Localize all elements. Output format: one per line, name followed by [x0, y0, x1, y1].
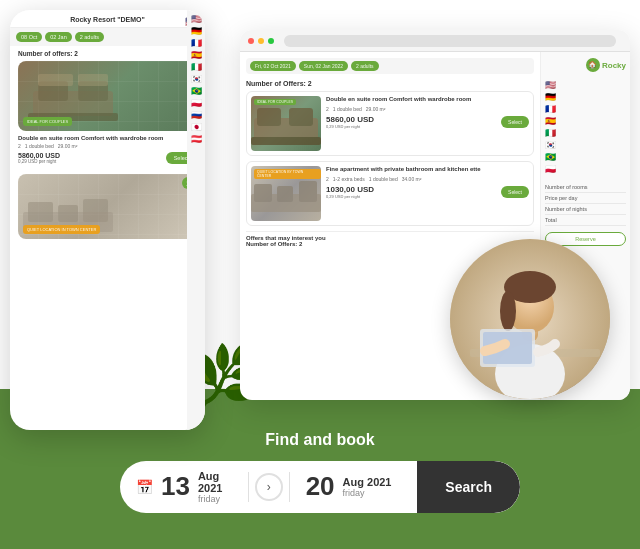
browser-header [240, 30, 630, 52]
sidebar-flag-kr: 🇰🇷 [545, 140, 626, 150]
woman-photo [450, 239, 610, 399]
browser-room2-info: Fine apartment with private bathroom and… [326, 166, 529, 221]
browser-room2-price-row: 1030,00 USD 0,29 USD per night Select [326, 185, 529, 199]
flag-us: 🇺🇸 [191, 14, 202, 24]
phone-offers-count: Number of offers: 2 [10, 46, 205, 61]
booking-date-from-number: 13 [161, 471, 190, 502]
phone-room1-price-block: 5860,00 USD 0,29 USD per night [18, 152, 60, 164]
browser-room2-select-button[interactable]: Select [501, 186, 529, 198]
svg-rect-4 [38, 74, 73, 86]
phone-room1-badge: IDEAL FOR COUPLES [23, 117, 72, 126]
browser-room2-name: Fine apartment with private bathroom and… [326, 166, 529, 174]
woman-photo-inner [450, 239, 610, 399]
flag-jp: 🇯🇵 [191, 122, 202, 132]
browser-logo-icon: 🏠 [586, 58, 600, 72]
browser-room1-guests: 2 [326, 106, 329, 112]
browser-room1-badge: IDEAL FOR COUPLES [254, 99, 296, 105]
browser-room1-image: IDEAL FOR COUPLES [251, 96, 321, 151]
flag-at: 🇦🇹 [191, 134, 202, 144]
sidebar-total-label: Total [545, 217, 557, 223]
browser-room1-bed: 1 double bed [333, 106, 362, 112]
svg-rect-16 [277, 186, 293, 202]
booking-date-to-day: friday [343, 488, 392, 498]
phone-room1-price-row: 5860,00 USD 0,29 USD per night Select [18, 152, 197, 164]
phone-room1-image: IDEAL FOR COUPLES [18, 61, 197, 131]
browser-room1-price: 5860,00 USD [326, 115, 374, 124]
search-button[interactable]: Search [417, 461, 520, 513]
browser-room2-badge: QUIET LOCATION BY TOWN CENTER [254, 169, 321, 179]
booking-date-to-text: Aug 2021 friday [343, 476, 392, 498]
phone-room1-price: 5860,00 USD [18, 152, 60, 159]
sidebar-price-label: Price per day [545, 195, 577, 201]
phone-room1-details: Double en suite room Comfort with wardro… [10, 131, 205, 170]
sidebar-flag-de: 🇩🇪 [545, 92, 626, 102]
date-arrow-icon: › [255, 473, 283, 501]
sidebar-flag-pl: 🇵🇱 [545, 164, 626, 174]
phone-date-to-pill[interactable]: 02 Jan [45, 32, 72, 42]
flag-pl: 🇵🇱 [191, 98, 202, 108]
booking-title: Find and book [265, 431, 374, 449]
booking-date-from-text: Aug 2021 friday [198, 470, 232, 504]
browser-room2-image: QUIET LOCATION BY TOWN CENTER [251, 166, 321, 221]
phone-mockup: Rocky Resort "DEMO" 🇺🇸 08 Oct 02 Jan 2 a… [10, 10, 205, 430]
phone-room1-price-sub: 0,29 USD per night [18, 159, 60, 164]
browser-room2-card: QUIET LOCATION BY TOWN CENTER Fine apart… [246, 161, 534, 226]
browser-date-to-pill[interactable]: Sun, 02 Jan 2022 [299, 61, 348, 71]
phone-flag-strip: 🇺🇸 🇩🇪 🇫🇷 🇪🇸 🇮🇹 🇰🇷 🇧🇷 🇵🇱 🇷🇺 🇯🇵 🇦🇹 [187, 10, 205, 430]
browser-logo-text: Rocky [602, 61, 626, 70]
browser-minimize-dot [258, 38, 264, 44]
flag-br: 🇧🇷 [191, 86, 202, 96]
browser-search-pills: Fri, 02 Oct 2021 Sun, 02 Jan 2022 2 adul… [250, 61, 530, 71]
phone-date-from-pill[interactable]: 08 Oct [16, 32, 42, 42]
browser-room1-name: Double en suite room Comfort with wardro… [326, 96, 529, 104]
date-divider [248, 472, 249, 502]
sidebar-rooms-label: Number of rooms [545, 184, 588, 190]
browser-room1-price-row: 5860,00 USD 0,29 USD per night Select [326, 115, 529, 129]
browser-guests-pill[interactable]: 2 adults [351, 61, 379, 71]
browser-date-from-pill[interactable]: Fri, 02 Oct 2021 [250, 61, 296, 71]
calendar-from-icon: 📅 [136, 479, 153, 495]
browser-maximize-dot [268, 38, 274, 44]
sidebar-field-nights: Number of nights [545, 204, 626, 215]
browser-more-offers: Offers that may interest you Number of O… [246, 231, 534, 247]
browser-url-bar[interactable] [284, 35, 616, 47]
booking-date-to-section[interactable]: 20 Aug 2021 friday [290, 471, 418, 502]
sidebar-field-price: Price per day [545, 193, 626, 204]
browser-more-offers-count: Number of Offers: 2 [246, 241, 534, 247]
browser-topbar: Fri, 02 Oct 2021 Sun, 02 Jan 2022 2 adul… [246, 58, 534, 74]
phone-room2-image: QUIET LOCATION IN TOWN CENTER 1 [18, 174, 197, 239]
svg-rect-12 [289, 108, 313, 126]
browser-room1-price-block: 5860,00 USD 0,29 USD per night [326, 115, 374, 129]
sidebar-flag-fr: 🇫🇷 [545, 104, 626, 114]
phone-room1-meta: 2 1 double bed 29.00 m² [18, 143, 197, 149]
sidebar-nights-label: Number of nights [545, 206, 587, 212]
flag-de: 🇩🇪 [191, 26, 202, 36]
browser-room1-select-button[interactable]: Select [501, 116, 529, 128]
browser-room2-bed: 1 double bed [369, 176, 398, 182]
sidebar-flag-br: 🇧🇷 [545, 152, 626, 162]
svg-rect-15 [254, 184, 272, 202]
browser-room2-guests: 2 [326, 176, 329, 182]
flag-it: 🇮🇹 [191, 62, 202, 72]
browser-room2-price-sub: 0,29 USD per night [326, 194, 374, 199]
booking-date-from-month: Aug 2021 [198, 470, 232, 494]
browser-room2-beds: 1-2 extra beds [333, 176, 365, 182]
sidebar-flag-us: 🇺🇸 [545, 80, 626, 90]
phone-search-bar: 08 Oct 02 Jan 2 adults [10, 28, 205, 46]
phone-room1-guests: 2 [18, 143, 21, 149]
sidebar-field-total: Total [545, 215, 626, 226]
browser-room2-price: 1030,00 USD [326, 185, 374, 194]
phone-guests-pill[interactable]: 2 adults [75, 32, 104, 42]
booking-date-to-month: Aug 2021 [343, 476, 392, 488]
content-wrapper: Rocky Resort "DEMO" 🇺🇸 08 Oct 02 Jan 2 a… [0, 0, 640, 549]
flag-ru: 🇷🇺 [191, 110, 202, 120]
browser-room1-info: Double en suite room Comfort with wardro… [326, 96, 529, 151]
sidebar-flag-it: 🇮🇹 [545, 128, 626, 138]
flag-es: 🇪🇸 [191, 50, 202, 60]
browser-close-dot [248, 38, 254, 44]
svg-rect-13 [251, 137, 321, 145]
phone-room1-name: Double en suite room Comfort with wardro… [18, 135, 197, 141]
svg-rect-17 [299, 181, 317, 202]
svg-point-24 [500, 291, 516, 331]
booking-date-from-section[interactable]: 📅 13 Aug 2021 friday [120, 470, 248, 504]
